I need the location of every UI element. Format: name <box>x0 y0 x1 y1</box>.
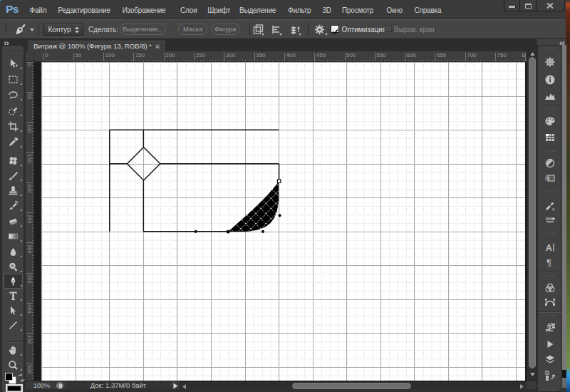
svg-text:fx: fx <box>545 175 551 182</box>
svg-text:A: A <box>546 243 552 253</box>
svg-text:¶: ¶ <box>546 257 551 268</box>
